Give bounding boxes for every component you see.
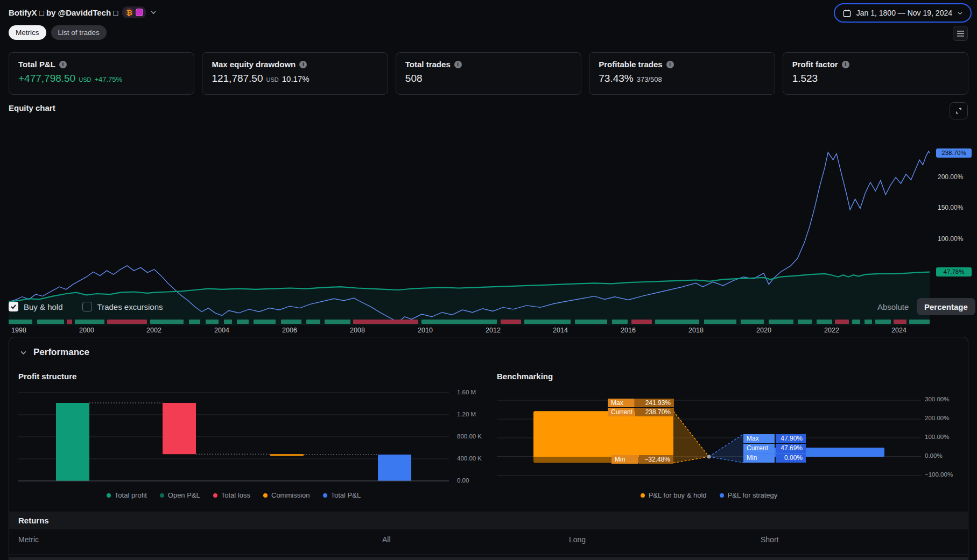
absolute-mode-button[interactable]: Absolute: [877, 302, 909, 311]
x-axis-label: 2014: [553, 327, 568, 334]
strategy-chip-label: Max: [743, 434, 775, 443]
card-extra: 10.17%: [282, 74, 310, 83]
tab-list-of-trades[interactable]: List of trades: [51, 25, 107, 40]
card-profitable-trades: Profitable tradesi 73.43%373/508: [589, 52, 775, 95]
legend-item[interactable]: P&L for buy & hold: [641, 491, 707, 499]
card-max-drawdown: Max equity drawdowni 121,787.50USD10.17%: [202, 52, 388, 95]
x-axis-label: 2016: [621, 327, 636, 334]
profit-y-axis-label: 800.00 K: [457, 433, 482, 440]
trade-marker-segment: [353, 320, 418, 324]
trade-marker-segment: [631, 320, 652, 324]
returns-title: Returns: [18, 516, 49, 525]
equity-chart-canvas[interactable]: [9, 121, 930, 325]
trade-markers-strip: [9, 320, 930, 324]
bitcoin-icon: ₿: [125, 8, 133, 17]
trade-marker-segment: [894, 320, 906, 324]
legend-item[interactable]: Open P&L: [160, 491, 200, 499]
percentage-mode-button[interactable]: Percentage: [917, 298, 975, 315]
trade-marker-segment: [817, 320, 832, 324]
legend-dot-icon: [323, 493, 327, 498]
buyhold-chip-label: Min: [611, 455, 638, 464]
strategy-value-badge: 47.78%: [936, 267, 972, 277]
bench-y-axis-label: −100.00%: [925, 471, 953, 478]
x-axis-label: 2020: [756, 327, 771, 334]
returns-col-metric: Metric: [18, 535, 39, 544]
chevron-down-icon[interactable]: [150, 9, 157, 16]
legend-item[interactable]: Total P&L: [323, 491, 361, 499]
trades-excursions-label: Trades excursions: [97, 302, 163, 311]
legend-item[interactable]: Commission: [263, 491, 310, 499]
divider: [9, 555, 968, 555]
card-label: Profitable trades: [599, 60, 662, 69]
trade-marker-segment: [281, 320, 301, 324]
card-label: Max equity drawdown: [212, 60, 296, 69]
trade-marker-segment: [655, 320, 699, 324]
returns-col-short: Short: [761, 535, 778, 544]
trade-marker-segment: [798, 320, 812, 324]
profit-structure-legend: Total profitOpen P&LTotal lossCommission…: [18, 491, 449, 499]
chevron-down-icon: [20, 349, 27, 356]
legend-item[interactable]: Total loss: [213, 491, 250, 499]
trade-marker-segment: [575, 320, 607, 324]
trades-excursions-checkbox[interactable]: Trades excursions: [82, 302, 163, 311]
symbol-pill[interactable]: ₿: [122, 6, 146, 18]
card-value: 1.523: [792, 73, 818, 84]
benchmarking-legend: P&L for buy & holdP&L for strategy: [497, 491, 921, 499]
fullscreen-icon: [954, 107, 963, 115]
info-icon[interactable]: i: [842, 61, 849, 68]
legend-item[interactable]: Total profit: [107, 491, 147, 499]
profit-y-axis-label: 1.60 M: [457, 389, 476, 395]
date-range-button[interactable]: Jan 1, 1800 — Nov 19, 2024: [834, 3, 972, 23]
trade-marker-segment: [524, 320, 571, 324]
info-icon[interactable]: i: [299, 61, 307, 68]
x-axis-label: 2000: [79, 327, 94, 334]
trade-marker-segment: [501, 320, 521, 324]
buy-hold-value-badge: 238.70%: [936, 148, 972, 158]
x-axis-label: 2012: [486, 327, 501, 334]
bench-y-axis-label: 100.00%: [925, 434, 949, 440]
x-axis-label: 2022: [824, 327, 839, 334]
buy-hold-label: Buy & hold: [24, 302, 63, 311]
legend-label: Commission: [271, 491, 310, 499]
info-icon[interactable]: i: [666, 61, 674, 68]
tab-metrics[interactable]: Metrics: [9, 25, 46, 40]
legend-item[interactable]: P&L for strategy: [720, 491, 778, 499]
layout-menu-button[interactable]: [953, 26, 968, 41]
y-axis-label: 150.00%: [938, 204, 963, 211]
checkbox-checked-icon: [9, 302, 18, 311]
trade-marker-segment: [875, 320, 891, 324]
info-icon[interactable]: i: [59, 61, 67, 68]
card-total-pnl: Total P&Li +477,798.50USD+47.75%: [9, 52, 194, 95]
profit-structure-title: Profit structure: [18, 372, 76, 381]
card-profit-factor: Profit factori 1.523: [783, 52, 968, 95]
benchmarking-chart[interactable]: [497, 384, 927, 491]
trade-marker-segment: [864, 320, 872, 324]
table-row[interactable]: [9, 557, 968, 560]
returns-col-long: Long: [569, 535, 586, 544]
expand-chart-button[interactable]: [950, 102, 968, 119]
metric-cards-row: Total P&Li +477,798.50USD+47.75% Max equ…: [9, 52, 968, 95]
trade-marker-segment: [67, 320, 72, 324]
trade-marker-segment: [75, 320, 104, 324]
date-range-text: Jan 1, 1800 — Nov 19, 2024: [856, 9, 952, 17]
calendar-icon: [842, 9, 852, 18]
trade-marker-segment: [224, 320, 232, 324]
profit-structure-chart[interactable]: [18, 384, 492, 491]
buyhold-chip-value: 241.93%: [635, 399, 674, 407]
legend-dot-icon: [641, 493, 645, 498]
checkbox-unchecked-icon: [82, 302, 92, 311]
buy-hold-checkbox[interactable]: Buy & hold: [9, 302, 63, 311]
info-icon[interactable]: i: [454, 61, 462, 68]
x-axis-label: 1998: [11, 327, 26, 334]
strategy-chip-label: Min: [743, 453, 775, 463]
list-icon: [957, 30, 965, 37]
card-value: 121,787.50: [212, 73, 263, 84]
legend-dot-icon: [213, 493, 217, 498]
returns-col-all: All: [382, 535, 391, 544]
legend-label: Open P&L: [168, 491, 200, 499]
x-axis-label: 2006: [282, 327, 297, 334]
card-unit: USD: [266, 76, 279, 83]
performance-section-header[interactable]: Performance: [20, 347, 89, 358]
card-extra: +47.75%: [94, 75, 122, 83]
trade-marker-segment: [741, 320, 764, 324]
